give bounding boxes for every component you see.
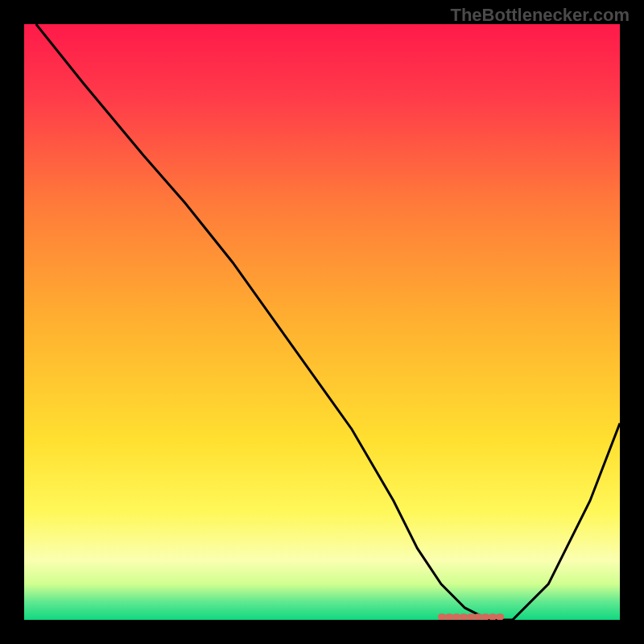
chart-plot-area (24, 24, 620, 620)
chart-svg (24, 24, 620, 620)
watermark-text: TheBottlenecker.com (450, 5, 630, 26)
chart-background (24, 24, 620, 620)
